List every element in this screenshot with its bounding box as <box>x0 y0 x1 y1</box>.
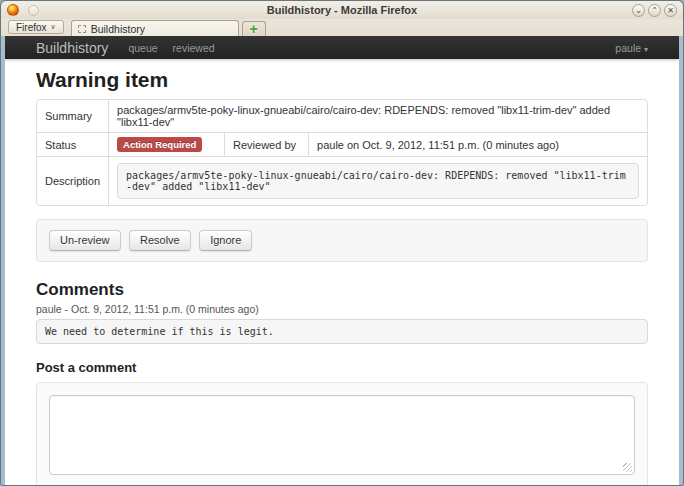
window-title: Buildhistory - Mozilla Firefox <box>1 4 683 16</box>
plus-icon: + <box>250 22 258 36</box>
window-frame: Buildhistory queue reviewed paule ▾ Warn… <box>1 36 683 486</box>
unreview-button[interactable]: Un-review <box>49 230 121 251</box>
comment-item: paule - Oct. 9, 2012, 11:51 p.m. (0 minu… <box>36 303 648 344</box>
chevron-down-icon: ∨ <box>51 23 56 31</box>
comment-textarea[interactable] <box>49 395 635 475</box>
nav-link-queue[interactable]: queue <box>128 42 157 54</box>
warning-details-table: Summary packages/armv5te-poky-linux-gnue… <box>36 99 648 206</box>
firefox-window: Buildhistory - Mozilla Firefox ⌄ ⌃ ✕ Fir… <box>0 0 684 486</box>
new-tab-button[interactable]: + <box>242 21 266 36</box>
browser-viewport: Buildhistory queue reviewed paule ▾ Warn… <box>5 36 679 486</box>
post-comment-heading: Post a comment <box>36 360 648 375</box>
nav-link-reviewed[interactable]: reviewed <box>173 42 215 54</box>
resolve-button[interactable]: Resolve <box>129 230 191 251</box>
table-row: Summary packages/armv5te-poky-linux-gnue… <box>37 100 647 132</box>
status-cell: Action Required <box>108 132 224 156</box>
firefox-icon <box>7 4 19 16</box>
window-titlebar[interactable]: Buildhistory - Mozilla Firefox ⌄ ⌃ ✕ <box>1 1 683 19</box>
user-menu-label: paule <box>615 42 641 54</box>
reviewed-by-value: paule on Oct. 9, 2012, 11:51 p.m. (0 min… <box>308 132 647 156</box>
comment-meta: paule - Oct. 9, 2012, 11:51 p.m. (0 minu… <box>36 303 648 315</box>
firefox-menu-label: Firefox <box>16 22 47 33</box>
page-body: Warning item Summary packages/armv5te-po… <box>5 59 679 486</box>
minimize-icon[interactable]: ⌄ <box>632 4 645 17</box>
summary-label: Summary <box>37 100 108 132</box>
user-menu[interactable]: paule ▾ <box>615 42 648 54</box>
table-row: Description packages/armv5te-poky-linux-… <box>37 156 647 205</box>
close-icon[interactable]: ✕ <box>664 4 677 17</box>
window-controls: ⌄ ⌃ ✕ <box>632 4 683 17</box>
table-row: Status Action Required Reviewed by paule… <box>37 132 647 156</box>
app-navbar: Buildhistory queue reviewed paule ▾ <box>5 36 679 59</box>
ignore-button[interactable]: Ignore <box>199 230 252 251</box>
browser-toolbar: Firefox ∨ Buildhistory + <box>1 19 683 36</box>
caret-down-icon: ▾ <box>644 45 648 54</box>
summary-value: packages/armv5te-poky-linux-gnueabi/cair… <box>108 100 647 132</box>
textarea-resize-handle[interactable] <box>623 463 632 472</box>
navbar-brand[interactable]: Buildhistory <box>36 40 108 56</box>
page-title: Warning item <box>36 68 648 92</box>
reviewed-by-label: Reviewed by <box>224 132 308 156</box>
comment-text: We need to determine if this is legit. <box>36 319 648 344</box>
post-comment-form: Post <box>36 382 648 486</box>
status-badge: Action Required <box>117 137 202 152</box>
titlebar-menu-button[interactable] <box>28 5 39 16</box>
firefox-menu-button[interactable]: Firefox ∨ <box>8 20 64 34</box>
comments-heading: Comments <box>36 280 648 300</box>
description-label: Description <box>37 156 108 205</box>
tab-favicon-placeholder-icon <box>78 25 86 33</box>
maximize-icon[interactable]: ⌃ <box>648 4 661 17</box>
action-bar: Un-review Resolve Ignore <box>36 219 648 262</box>
tab-title: Buildhistory <box>91 23 145 35</box>
tab-buildhistory[interactable]: Buildhistory <box>71 20 239 36</box>
description-cell: packages/armv5te-poky-linux-gnueabi/cair… <box>108 156 647 205</box>
description-code: packages/armv5te-poky-linux-gnueabi/cair… <box>117 163 639 199</box>
status-label: Status <box>37 132 108 156</box>
